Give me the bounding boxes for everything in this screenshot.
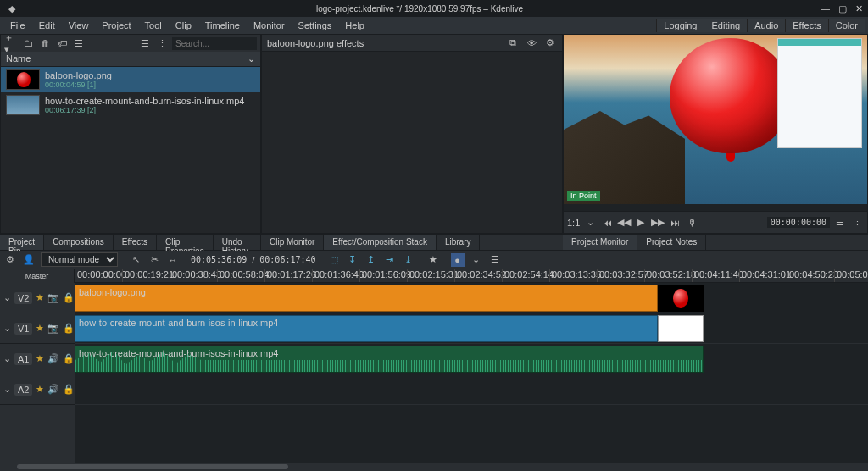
filter-icon[interactable]: ☰	[72, 36, 86, 50]
track-row-a1[interactable]: how-to-create-mount-and-burn-isos-in-lin…	[75, 344, 868, 374]
mute-video-icon[interactable]: 📷	[47, 291, 59, 305]
workspace-effects[interactable]: Effects	[785, 19, 827, 32]
skip-start-icon[interactable]: ⏮	[600, 216, 614, 230]
tab-effect-stack[interactable]: Effect/Composition Stack	[324, 235, 437, 250]
tab-project-monitor[interactable]: Project Monitor	[563, 235, 637, 250]
menu-view[interactable]: View	[62, 19, 96, 32]
workspace-logging[interactable]: Logging	[656, 19, 704, 32]
track-header-v2[interactable]: ⌄ V2 ★ 📷 🔒	[0, 283, 75, 313]
zone-out-icon[interactable]: ↥	[364, 253, 378, 267]
forward-icon[interactable]: ▶▶	[651, 216, 665, 230]
menu-timeline[interactable]: Timeline	[198, 19, 247, 32]
collapse-icon[interactable]: ⌄	[3, 383, 11, 396]
master-track-label[interactable]: Master	[0, 269, 75, 283]
workspace-editing[interactable]: Editing	[704, 19, 747, 32]
search-input[interactable]	[172, 37, 257, 50]
options-icon[interactable]: ⋮	[155, 36, 169, 50]
preview-render-icon[interactable]: ●	[451, 253, 465, 267]
monitor-zoom[interactable]: 1:1	[567, 218, 580, 228]
monitor-position-slider[interactable]	[564, 204, 867, 211]
clip-v1-end[interactable]	[658, 315, 704, 342]
tab-project-notes[interactable]: Project Notes	[637, 235, 706, 250]
close-button[interactable]: ✕	[855, 3, 863, 14]
timeline-scrollbar[interactable]	[0, 463, 868, 471]
menu-project[interactable]: Project	[95, 19, 137, 32]
minimize-button[interactable]: —	[821, 3, 830, 14]
star-icon[interactable]: ★	[36, 323, 44, 334]
mute-audio-icon[interactable]: 🔊	[47, 352, 59, 366]
selection-tool-icon[interactable]: ↖	[129, 253, 142, 267]
edit-mode-select[interactable]: Normal mode	[41, 252, 118, 267]
monitor-more-icon[interactable]: ⋮	[850, 216, 864, 230]
collapse-icon[interactable]: ⌄	[3, 322, 11, 335]
play-icon[interactable]: ▶	[634, 216, 648, 230]
menu-help[interactable]: Help	[338, 19, 371, 32]
eye-icon[interactable]: 👁	[525, 36, 538, 50]
menu-edit[interactable]: Edit	[32, 19, 62, 32]
clip-v1-video[interactable]: how-to-create-mount-and-burn-isos-in-lin…	[75, 315, 658, 342]
timeline-settings-icon[interactable]: ⚙	[3, 253, 17, 267]
menu-monitor[interactable]: Monitor	[247, 19, 292, 32]
bin-column-header[interactable]: Name⌄	[1, 52, 260, 67]
maximize-button[interactable]: ▢	[838, 3, 847, 14]
clip-a1-audio[interactable]: how-to-create-mount-and-burn-isos-in-lin…	[75, 346, 704, 373]
lock-icon[interactable]: 🔒	[63, 291, 75, 305]
tab-effects[interactable]: Effects	[114, 235, 157, 250]
track-header-a2[interactable]: ⌄ A2 ★ 🔊 🔒	[0, 374, 75, 405]
tab-compositions[interactable]: Compositions	[44, 235, 114, 250]
track-header-v1[interactable]: ⌄ V1 ★ 📷 🔒	[0, 313, 75, 344]
delete-clip-button[interactable]: 🗑	[38, 36, 52, 50]
workspace-color[interactable]: Color	[828, 19, 865, 32]
timeline-position[interactable]: 00:05:36:09	[191, 255, 247, 264]
lock-icon[interactable]: 🔒	[63, 352, 75, 366]
folder-icon[interactable]: 🗀	[21, 36, 35, 50]
razor-tool-icon[interactable]: ✂	[147, 253, 161, 267]
monitor-menu-icon[interactable]: ☰	[833, 216, 847, 230]
skip-end-icon[interactable]: ⏭	[668, 216, 682, 230]
clip-v2-baloon[interactable]: baloon-logo.png	[75, 285, 658, 312]
mute-video-icon[interactable]: 📷	[47, 322, 59, 335]
chevron-down-icon[interactable]: ⌄	[583, 216, 597, 230]
lock-icon[interactable]: 🔒	[63, 383, 75, 396]
settings-icon[interactable]: ⚙	[543, 36, 557, 50]
tab-undo[interactable]: Undo History	[214, 235, 261, 250]
bin-item-video[interactable]: how-to-create-mount-and-burn-isos-in-lin…	[1, 92, 260, 118]
spacer-tool-icon[interactable]: ↔	[166, 253, 180, 267]
monitor-timecode[interactable]: 00:00:00:00	[767, 217, 830, 228]
rewind-icon[interactable]: ◀◀	[617, 216, 631, 230]
track-menu-icon[interactable]: 👤	[22, 253, 36, 267]
mix-icon[interactable]: ⬚	[327, 253, 341, 267]
timeline-tracks-area[interactable]: baloon-logo.png how-to-create-mount-and-…	[75, 283, 868, 463]
tag-icon[interactable]: 🏷	[55, 36, 69, 50]
tab-clip-props[interactable]: Clip Properties	[157, 235, 214, 250]
menu-file[interactable]: File	[3, 19, 32, 32]
collapse-icon[interactable]: ⌄	[3, 291, 11, 305]
bin-item-baloon[interactable]: baloon-logo.png 00:00:04:59 [1]	[1, 67, 260, 92]
lock-icon[interactable]: 🔒	[63, 322, 75, 335]
mute-audio-icon[interactable]: 🔊	[47, 383, 59, 396]
timeline-view-icon[interactable]: ☰	[488, 253, 502, 267]
favorite-icon[interactable]: ★	[426, 253, 440, 267]
menu-settings[interactable]: Settings	[292, 19, 339, 32]
monitor-viewport[interactable]: In Point	[564, 35, 867, 204]
menu-tool[interactable]: Tool	[138, 19, 169, 32]
track-row-v2[interactable]: baloon-logo.png	[75, 283, 868, 313]
clip-v2-baloon-thumb[interactable]	[658, 285, 704, 312]
track-row-v1[interactable]: how-to-create-mount-and-burn-isos-in-lin…	[75, 313, 868, 344]
star-icon[interactable]: ★	[36, 292, 44, 303]
list-view-icon[interactable]: ☰	[138, 36, 152, 50]
tab-library[interactable]: Library	[437, 235, 481, 250]
overwrite-icon[interactable]: ⇥	[383, 253, 397, 267]
workspace-audio[interactable]: Audio	[747, 19, 785, 32]
star-icon[interactable]: ★	[36, 353, 44, 364]
add-clip-button[interactable]: ＋▾	[4, 36, 18, 50]
tab-project-bin[interactable]: Project Bin	[0, 235, 44, 250]
record-audio-icon[interactable]: 🎙	[685, 216, 698, 230]
menu-clip[interactable]: Clip	[169, 19, 198, 32]
collapse-icon[interactable]: ⌄	[3, 352, 11, 366]
star-icon[interactable]: ★	[36, 384, 44, 395]
chevron-down-icon[interactable]: ⌄	[470, 253, 483, 267]
timeline-ruler[interactable]: 00:00:00:0000:00:19:2100:00:38:4300:00:5…	[75, 269, 868, 283]
split-icon[interactable]: ⧉	[506, 36, 520, 50]
track-row-a2[interactable]	[75, 374, 868, 405]
